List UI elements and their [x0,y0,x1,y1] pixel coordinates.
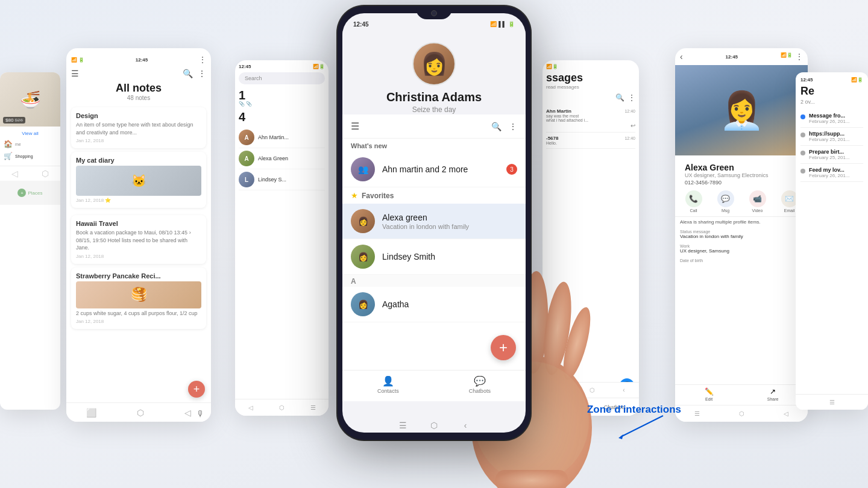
contact-ahn[interactable]: 👥 Ahn martin and 2 more 3 [342,152,526,187]
chatbots-icon: 💬 [474,375,486,387]
agatha-name: Agatha [382,299,517,309]
phone-nav-bar: ☰ ⬡ ‹ [397,419,471,431]
note-strawberry-title: Strawberry Pancake Reci... [76,272,201,280]
profile-avatar: 👩 [412,42,456,86]
alexa-status: Vacation in london with family [680,234,803,239]
favorites-label: Favorites [362,192,394,200]
svg-rect-7 [495,470,568,488]
whats-new-label: What's new [342,139,526,152]
screen-notes: 📶🔋 12:45 ⋮ ☰ 🔍 ⋮ All notes 48 notes Desi… [66,48,211,422]
cl-time: 12:45 [239,64,251,69]
signal-icon: ▌▌ [498,21,506,27]
notes-time: 12:45 [136,57,148,63]
zone-arrow [609,413,681,443]
notes-title: All notes [71,82,206,95]
alexa-phone: 012-3456-7890 [680,178,773,187]
back-nav-btn[interactable]: ‹ [459,419,471,431]
note-design-text: An item of some type here with text abou… [76,121,201,136]
ahn-name: Ahn martin and 2 more [382,164,506,174]
fr-msg-1: Message fro... [809,113,863,119]
fr-sub: 2 ov... [800,99,863,105]
fr-msg-2: https://supp... [809,131,863,137]
fr-date-2: February 25, 201... [809,137,863,142]
phone-camera [431,10,437,16]
contacts-area: ☰ 🔍 ⋮ What's new 👥 Ahn martin and 2 more [342,114,526,401]
recents-btn[interactable]: ◁ [184,408,191,418]
cl-search-placeholder: Search [245,75,262,81]
note-strawberry-text: 2 cups white sugar, 4 cups all purpos fl… [76,310,201,318]
contact-alexa[interactable]: 👩 Alexa green Vacation in london with fa… [342,204,526,239]
fr-title: Re [800,85,863,98]
chatbots-label: Chatbots [469,388,491,394]
contacts-tab-label: Contacts [377,388,399,394]
fr-date-4: February 26, 201... [809,173,863,178]
profile-status: Seize the day [412,105,456,114]
fr-date-3: February 25, 201... [809,155,863,160]
note-design-title: Design [76,112,201,119]
screen-far-right: 12:45 📶🔋 Re 2 ov... Message fro... Febru… [796,72,868,410]
profile-section: 👩 Christina Adams Seize the day [342,31,526,114]
mic-icon: 🎙 [197,409,205,419]
battery-icon: 🔋 [508,21,515,27]
edit-btn[interactable]: ✏️ Edit [705,387,714,401]
ahn-badge: 3 [506,164,517,175]
msg-subtitle: read messages [546,84,635,90]
msg-phone: -5678 [546,136,558,141]
contact-lindsey[interactable]: 👩 Lindsey Smith [342,239,526,275]
note-hawaii-title: Hawaii Travel [76,220,201,227]
cl-num2: 4 [239,110,325,124]
alexa-work: UX designer, Samsung [680,248,803,254]
home-btn[interactable]: ⬡ [137,408,144,418]
phone-body: 12:45 📶 ▌▌ 🔋 👩 Christina Adams Seize the… [338,6,530,440]
fr-msg-3: Prepare birt... [809,149,863,155]
phone-notch [416,6,452,19]
contacts-tab[interactable]: 👤 Contacts [377,375,399,394]
phone-screen: 12:45 📶 ▌▌ 🔋 👩 Christina Adams Seize the… [342,13,526,433]
star-icon: ★ [351,191,358,200]
more-icon[interactable]: ⋮ [509,122,517,131]
msg-time-3: 12:40 [624,136,635,140]
section-a: A [342,275,526,287]
cl-contact-1: Ahn Martin... [258,134,289,140]
share-label: Share [767,397,779,401]
menu-icon[interactable]: ☰ [351,120,359,132]
contacts-toolbar: ☰ 🔍 ⋮ [342,114,526,139]
fr-time: 12:45 [800,77,813,83]
fab-icon: + [499,340,508,355]
recents-nav-btn[interactable]: ☰ [397,419,409,431]
chatbots-tab[interactable]: 💬 Chatbots [469,375,491,394]
svg-line-8 [621,416,663,437]
lindsey-name: Lindsey Smith [382,252,517,261]
cl-storage-num: 1 [239,89,325,101]
alexa-contact-name: Alexa green [382,213,517,222]
alexa-title: UX designer, Samsung Electronics [680,172,773,178]
video-btn[interactable]: 📹 Video [749,190,766,213]
alexa-sharing-text: Alexa is sharing multiple profile items. [675,217,808,227]
alexa-name: Alexa Green [680,159,773,172]
search-icon[interactable]: 🔍 [491,122,502,131]
msg-btn[interactable]: 💬 Msg [717,190,734,213]
favorites-section: ★ Favorites [342,187,526,204]
contact-agatha[interactable]: 👩 Agatha [342,287,526,322]
profile-name: Christina Adams [386,90,482,104]
screen-far-left: 🍜 $80 $26 View all 🏠 me 🛒 Shopping ◁ ⬡ +… [0,72,60,410]
zone-interactions-container: Zone d'interactions [587,404,681,443]
back-btn[interactable]: ⬜ [86,408,96,418]
home-nav-btn[interactable]: ⬡ [428,419,440,431]
cl-contact-2: Alexa Green [258,155,288,161]
view-all-btn[interactable]: View all [4,129,57,138]
msg-time-1: 12:40 [624,109,635,113]
msg-title: ssages [546,72,635,84]
edit-label: Edit [705,397,712,401]
fr-date-1: February 26, 201... [809,119,863,124]
call-btn[interactable]: 📞 Call [685,190,702,213]
notes-fab[interactable]: + [188,381,205,398]
main-phone: 12:45 📶 ▌▌ 🔋 👩 Christina Adams Seize the… [338,6,530,440]
phone-time: 12:45 [353,21,369,28]
cl-contact-3: Lindsey S... [258,177,286,183]
share-btn[interactable]: ↗ Share [767,387,779,401]
contacts-fab[interactable]: + [491,335,516,360]
cl-search-bar[interactable]: Search [239,72,325,84]
notes-count: 48 notes [71,95,206,101]
alexa-contact-sub: Vacation in london with family [382,223,517,230]
